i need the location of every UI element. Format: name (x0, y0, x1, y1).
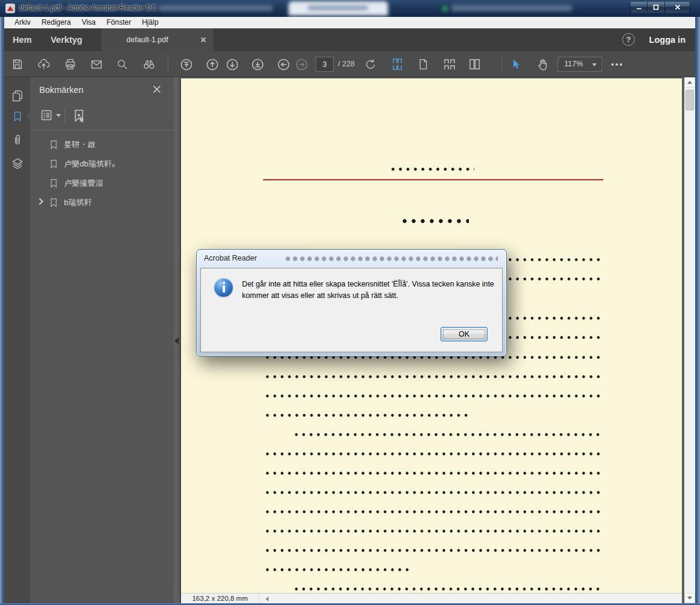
bookmark-icon (48, 197, 59, 208)
active-panel-notch (26, 112, 30, 120)
bookmark-label: 卢樂撮豐湿 (64, 174, 103, 193)
menu-item-redigera[interactable]: Redigera (36, 17, 77, 28)
bookmark-item[interactable]: b瑞筑靬 (30, 193, 174, 212)
text-dots-row (264, 510, 603, 513)
zoom-level-dropdown[interactable]: 117% (558, 57, 602, 72)
page-thumbnails-icon[interactable] (9, 87, 25, 104)
ok-button[interactable]: OK (441, 327, 488, 341)
background-window-blur (308, 5, 368, 10)
glass-blur-dots (284, 256, 498, 261)
background-favicon-blur (442, 6, 448, 11)
new-bookmark-icon[interactable] (71, 108, 87, 124)
text-dots-row (389, 168, 474, 171)
scrollbar-thumb[interactable] (686, 90, 694, 110)
last-page-icon[interactable] (249, 56, 266, 72)
select-tool-icon[interactable] (508, 56, 524, 72)
search-icon[interactable] (114, 56, 130, 72)
menu-item-hjälp[interactable]: Hjälp (136, 17, 164, 28)
scrolling-view-icon[interactable] (389, 56, 406, 72)
single-page-view-icon[interactable] (415, 56, 431, 72)
panel-collapse-handle[interactable] (174, 333, 180, 349)
menu-item-arkiv[interactable]: Arkiv (9, 17, 36, 28)
text-dots-row (264, 530, 603, 533)
forward-view-icon[interactable] (293, 56, 310, 72)
minimize-button[interactable] (630, 2, 648, 13)
layers-icon[interactable] (9, 155, 25, 171)
horizontal-scrollbar[interactable]: 163,2 x 220,8 mm (181, 593, 682, 603)
chevron-down-icon (56, 114, 61, 117)
text-dots-row (264, 414, 471, 417)
text-dots-row (264, 375, 603, 378)
bookmark-icon (48, 139, 59, 150)
hand-tool-icon[interactable] (534, 56, 550, 72)
tab-tools[interactable]: Verktyg (51, 28, 82, 51)
email-icon[interactable] (88, 56, 104, 72)
tab-document[interactable]: default-1.pdf (101, 28, 214, 51)
text-dots-row (400, 219, 469, 223)
dialog-body: Det går inte att hitta eller skapa tecke… (200, 268, 503, 352)
two-page-view-icon[interactable] (466, 56, 483, 72)
background-window-blur (158, 5, 273, 11)
bookmark-options-icon[interactable] (40, 108, 61, 122)
text-dots-row (264, 549, 603, 552)
window-border-right (695, 17, 700, 603)
panel-close-icon[interactable] (152, 84, 163, 95)
help-icon[interactable]: ? (622, 33, 635, 46)
scroll-down-icon[interactable] (684, 593, 695, 603)
cloud-upload-icon[interactable] (36, 56, 52, 72)
bookmark-label: b瑞筑靬 (64, 193, 92, 212)
more-tools-icon[interactable] (608, 56, 626, 72)
text-dots-row (264, 491, 603, 494)
multi-page-view-icon[interactable] (441, 56, 457, 72)
chevron-right-icon[interactable] (36, 198, 43, 204)
dialog-title: Acrobat Reader (204, 254, 257, 262)
sign-in-button[interactable]: Logga in (649, 28, 686, 51)
bookmarks-panel-icon[interactable] (9, 108, 25, 124)
bookmark-icon (48, 178, 59, 189)
page-size-indicator: 163,2 x 220,8 mm (181, 594, 259, 603)
back-view-icon[interactable] (275, 56, 291, 72)
panel-toolbar (30, 103, 174, 130)
scroll-left-icon[interactable] (266, 597, 269, 601)
page-count-label: / 228 (338, 51, 355, 77)
text-dots-row (264, 472, 603, 475)
bookmark-label: 卢樂ɗb瑞筑靬ₒ (64, 154, 115, 174)
advanced-search-icon[interactable] (141, 56, 157, 72)
panel-title: Bokmärken (39, 77, 83, 103)
menu-item-visa[interactable]: Visa (76, 17, 101, 28)
previous-page-icon[interactable] (204, 56, 220, 72)
bookmarks-panel: Bokmärken 妟聠・啟 卢樂ɗb瑞筑靬ₒ 卢樂撮豐湿 b瑞筑靬 (30, 77, 174, 603)
tab-bar: Hem Verktyg default-1.pdf ? Logga in (4, 28, 695, 51)
scroll-up-icon[interactable] (684, 77, 695, 87)
close-button[interactable] (665, 2, 690, 13)
window-title: default-1.pdf - Adobe Acrobat Reader DC (19, 4, 157, 12)
first-page-icon[interactable] (178, 56, 194, 72)
toolbar-separator (168, 57, 168, 71)
text-dots-row (293, 433, 603, 436)
bookmark-icon (48, 159, 59, 169)
page-number-input[interactable] (316, 57, 334, 72)
navigation-rail (4, 77, 30, 603)
dialog-message: Det går inte att hitta eller skapa tecke… (242, 279, 498, 301)
bookmark-item[interactable]: 妟聠・啟 (30, 135, 174, 154)
panel-header: Bokmärken (30, 77, 174, 103)
next-page-icon[interactable] (224, 56, 240, 72)
tab-home[interactable]: Hem (13, 28, 31, 51)
menu-item-fönster[interactable]: Fönster (101, 17, 137, 28)
save-icon[interactable] (9, 56, 25, 72)
tab-close-icon[interactable] (200, 37, 206, 43)
bookmark-item[interactable]: 卢樂ɗb瑞筑靬ₒ (30, 154, 174, 174)
bookmark-list: 妟聠・啟 卢樂ɗb瑞筑靬ₒ 卢樂撮豐湿 b瑞筑靬 (30, 135, 174, 212)
rotate-view-icon[interactable] (362, 56, 378, 72)
text-dots-row (264, 394, 603, 398)
print-icon[interactable] (62, 56, 78, 72)
panel-toolbar-separator (65, 108, 65, 125)
bookmark-item[interactable]: 卢樂撮豐湿 (30, 174, 174, 193)
vertical-scrollbar[interactable] (684, 77, 695, 603)
dialog-message-line1: Det går inte att hitta eller skapa tecke… (242, 280, 494, 288)
attachments-icon[interactable] (9, 131, 25, 148)
page-rule-line (263, 179, 603, 180)
maximize-button[interactable] (648, 2, 665, 13)
acrobat-app-icon (5, 4, 15, 13)
dialog-message-line2: kommer att visas eller att skrivas ut på… (242, 291, 398, 300)
